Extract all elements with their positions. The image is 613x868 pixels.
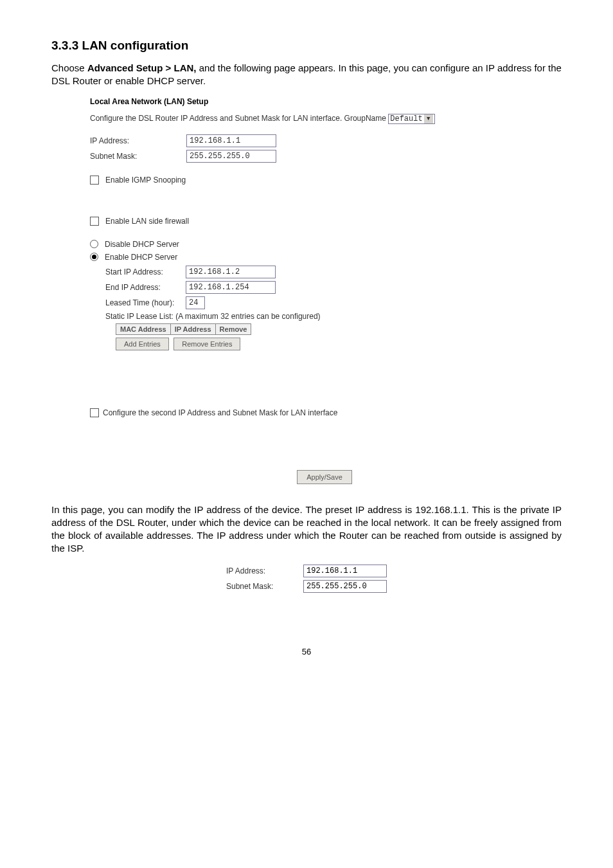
lan-setup-panel: Local Area Network (LAN) Setup Configure… — [90, 97, 562, 484]
ip-address-input[interactable]: 192.168.1.1 — [186, 134, 276, 147]
bottom-ip-label: IP Address: — [226, 566, 290, 575]
groupname-value: Default — [390, 114, 422, 123]
bottom-mask-input[interactable]: 255.255.255.0 — [303, 580, 387, 593]
static-lease-note: Static IP Lease List: (A maximum 32 entr… — [105, 312, 562, 321]
igmp-snooping-label: Enable IGMP Snooping — [105, 176, 186, 185]
table-header-ip: IP Address — [170, 323, 215, 334]
leased-time-input[interactable]: 24 — [186, 296, 205, 309]
intro-prefix: Choose — [51, 62, 87, 73]
second-ip-checkbox[interactable] — [90, 408, 99, 417]
subnet-mask-input[interactable]: 255.255.255.0 — [186, 150, 276, 163]
start-ip-input[interactable]: 192.168.1.2 — [186, 266, 276, 278]
disable-dhcp-label: Disable DHCP Server — [105, 240, 179, 249]
remove-entries-button[interactable]: Remove Entries — [173, 338, 240, 350]
chevron-down-icon: ▼ — [424, 114, 433, 123]
disable-dhcp-radio[interactable] — [90, 240, 98, 248]
bottom-mask-label: Subnet Mask: — [226, 582, 290, 591]
table-header-remove: Remove — [215, 323, 251, 334]
configure-line: Configure the DSL Router IP Address and … — [90, 114, 562, 124]
subnet-mask-label: Subnet Mask: — [90, 152, 186, 161]
start-ip-label: Start IP Address: — [105, 267, 186, 276]
second-ip-label: Configure the second IP Address and Subn… — [103, 408, 337, 417]
groupname-dropdown[interactable]: Default▼ — [388, 114, 434, 124]
panel-title: Local Area Network (LAN) Setup — [90, 97, 562, 106]
end-ip-label: End IP Address: — [105, 283, 186, 292]
apply-save-button[interactable]: Apply/Save — [297, 470, 352, 484]
intro-bold-path: Advanced Setup > LAN, — [87, 62, 197, 73]
leased-time-label: Leased Time (hour): — [105, 298, 186, 307]
body-paragraph: In this page, you can modify the IP addr… — [51, 503, 562, 556]
intro-paragraph: Choose Advanced Setup > LAN, and the fol… — [51, 62, 562, 88]
configure-text: Configure the DSL Router IP Address and … — [90, 114, 386, 123]
end-ip-input[interactable]: 192.168.1.254 — [186, 281, 276, 294]
lan-firewall-label: Enable LAN side firewall — [105, 217, 189, 226]
enable-dhcp-radio[interactable] — [90, 253, 98, 261]
add-entries-button[interactable]: Add Entries — [116, 338, 169, 350]
bottom-fields-block: IP Address: 192.168.1.1 Subnet Mask: 255… — [51, 565, 562, 595]
enable-dhcp-label: Enable DHCP Server — [105, 253, 177, 262]
ip-address-label: IP Address: — [90, 136, 186, 145]
static-lease-table: MAC Address IP Address Remove — [116, 323, 251, 335]
igmp-snooping-checkbox[interactable] — [90, 176, 99, 185]
bottom-ip-input[interactable]: 192.168.1.1 — [303, 565, 387, 577]
section-heading: 3.3.3 LAN configuration — [51, 39, 562, 53]
page-number: 56 — [51, 647, 562, 656]
lan-firewall-checkbox[interactable] — [90, 217, 99, 226]
table-header-mac: MAC Address — [116, 323, 171, 334]
